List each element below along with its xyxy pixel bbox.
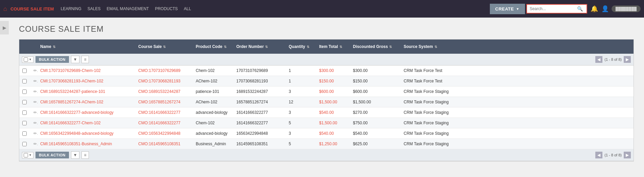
row-course-sale-0[interactable]: CMO:17073107629689 bbox=[136, 68, 193, 74]
nav-item-all[interactable]: ALL bbox=[184, 6, 191, 11]
bottom-list-view-button[interactable]: ≡ bbox=[81, 151, 89, 159]
row-checkbox-3[interactable] bbox=[19, 99, 29, 105]
top-list-view-button[interactable]: ≡ bbox=[81, 56, 89, 63]
row-checkbox-4[interactable] bbox=[19, 110, 29, 116]
nav-item-email-management[interactable]: EMAIL MANAGEMENT bbox=[107, 6, 149, 11]
row-checkbox-0[interactable] bbox=[19, 68, 29, 74]
sort-discounted-gross-icon[interactable]: ⇅ bbox=[389, 45, 392, 49]
sidebar-toggle[interactable]: ▶ bbox=[0, 21, 9, 34]
header-product-code[interactable]: Product Code ⇅ bbox=[193, 43, 234, 50]
sort-quantity-icon[interactable]: ⇅ bbox=[307, 45, 309, 49]
row-checkbox-5[interactable] bbox=[19, 120, 29, 126]
header-discounted-gross[interactable]: Discounted Gross ⇅ bbox=[350, 43, 401, 50]
row-item-total-4: $540.00 bbox=[316, 109, 350, 116]
nav-brand[interactable]: COURSE SALE ITEM bbox=[10, 6, 54, 11]
header-source-system[interactable]: Source System ⇅ bbox=[401, 43, 634, 50]
row-course-sale-7[interactable]: CMO:16145965108351 bbox=[136, 141, 193, 147]
edit-icon[interactable]: ✏ bbox=[32, 100, 38, 104]
edit-icon[interactable]: ✏ bbox=[32, 131, 38, 136]
row-checkbox-7[interactable] bbox=[19, 141, 29, 147]
row-name-4[interactable]: CMI:16141666322277-advanced-biology bbox=[38, 109, 136, 116]
edit-icon[interactable]: ✏ bbox=[32, 121, 38, 125]
header-order-number[interactable]: Order Number ⇅ bbox=[234, 43, 286, 50]
top-next-page-button[interactable]: ▶ bbox=[624, 56, 631, 63]
row-edit-5[interactable]: ✏ bbox=[29, 120, 38, 126]
row-discounted-gross-6: $540.00 bbox=[350, 130, 401, 136]
row-course-sale-4[interactable]: CMO:16141666322277 bbox=[136, 109, 193, 116]
row-name-3[interactable]: CMI:16578851267274-AChem-102 bbox=[38, 99, 136, 105]
header-item-total[interactable]: Item Total ⇅ bbox=[316, 43, 350, 50]
top-prev-page-button[interactable]: ◀ bbox=[595, 56, 602, 63]
edit-icon[interactable]: ✏ bbox=[32, 110, 38, 115]
bottom-select-all-dropdown[interactable]: ▼ bbox=[22, 152, 33, 158]
row-course-sale-5[interactable]: CMO:16141666322277 bbox=[136, 120, 193, 126]
row-source-system-0: CRM Task Force Test bbox=[401, 68, 634, 74]
row-edit-3[interactable]: ✏ bbox=[29, 99, 38, 105]
row-course-sale-1[interactable]: CMO:17073068281193 bbox=[136, 78, 193, 84]
row-checkbox-2[interactable] bbox=[19, 89, 29, 95]
row-product-code-4: advanced-biology bbox=[193, 109, 234, 116]
row-course-sale-2[interactable]: CMO:16891532244287 bbox=[136, 88, 193, 95]
user-profile-button[interactable]: 👤 bbox=[601, 5, 609, 12]
row-name-5[interactable]: CMI:16141666322277-Chem-102 bbox=[38, 120, 136, 126]
bottom-page-info: (1 - 8 of 8) bbox=[604, 153, 622, 157]
header-quantity[interactable]: Quantity ⇅ bbox=[286, 43, 316, 50]
bottom-pagination-controls: ◀ (1 - 8 of 8) ▶ bbox=[595, 152, 631, 158]
edit-icon[interactable]: ✏ bbox=[32, 79, 38, 83]
bottom-select-dropdown-arrow[interactable]: ▼ bbox=[29, 153, 32, 157]
row-name-0[interactable]: CMI:17073107629689-Chem-102 bbox=[38, 68, 136, 74]
row-edit-7[interactable]: ✏ bbox=[29, 141, 38, 147]
search-input[interactable] bbox=[530, 6, 577, 11]
row-discounted-gross-2: $600.00 bbox=[350, 88, 401, 95]
edit-icon[interactable]: ✏ bbox=[32, 89, 38, 94]
bottom-filter-button[interactable]: ▼ bbox=[71, 151, 80, 159]
bottom-select-all-checkbox[interactable] bbox=[24, 153, 28, 157]
top-select-all-checkbox[interactable] bbox=[24, 57, 28, 62]
row-item-total-3: $1,500.00 bbox=[316, 99, 350, 105]
sort-order-number-icon[interactable]: ⇅ bbox=[265, 45, 268, 49]
top-bulk-action-button[interactable]: BULK ACTION bbox=[35, 56, 69, 63]
nav-item-learning[interactable]: LEARNING bbox=[61, 6, 81, 11]
home-icon[interactable]: ⌂ bbox=[3, 5, 7, 12]
row-name-1[interactable]: CMI:17073068281193-AChem-102 bbox=[38, 78, 136, 84]
search-icon[interactable]: 🔍 bbox=[577, 6, 583, 11]
row-quantity-7: 5 bbox=[286, 141, 316, 147]
bottom-next-page-button[interactable]: ▶ bbox=[624, 152, 631, 158]
row-discounted-gross-0: $300.00 bbox=[350, 68, 401, 74]
create-button[interactable]: CREATE ▼ bbox=[490, 4, 525, 14]
nav-item-products[interactable]: PRODUCTS bbox=[155, 6, 177, 11]
nav-item-sales[interactable]: SALES bbox=[88, 6, 101, 11]
header-name[interactable]: Name ⇅ bbox=[38, 43, 136, 50]
notifications-button[interactable]: 🔔 bbox=[591, 5, 598, 12]
sort-name-icon[interactable]: ⇅ bbox=[53, 45, 55, 49]
row-name-2[interactable]: CMI:16891532244287-patience-101 bbox=[38, 88, 136, 95]
column-header-row: Name ⇅ Course Sale ⇅ Product Code ⇅ Orde… bbox=[19, 40, 634, 54]
table-row: ✏ CMI:16141666322277-Chem-102 CMO:161416… bbox=[19, 118, 634, 128]
sort-course-sale-icon[interactable]: ⇅ bbox=[163, 45, 166, 49]
row-edit-1[interactable]: ✏ bbox=[29, 78, 38, 84]
user-label[interactable]: ████████ bbox=[612, 5, 641, 12]
bottom-bulk-action-button[interactable]: BULK ACTION bbox=[35, 152, 69, 158]
row-course-sale-3[interactable]: CMO:16578851267274 bbox=[136, 99, 193, 105]
row-name-7[interactable]: CMI:16145965108351-Business_Admin bbox=[38, 141, 136, 147]
row-source-system-5: CRM Task Force Staging bbox=[401, 120, 634, 126]
row-course-sale-6[interactable]: CMO:16563422994848 bbox=[136, 130, 193, 136]
edit-icon[interactable]: ✏ bbox=[32, 68, 38, 73]
header-course-sale[interactable]: Course Sale ⇅ bbox=[136, 43, 193, 50]
row-checkbox-6[interactable] bbox=[19, 131, 29, 136]
top-select-all-dropdown[interactable]: ▼ bbox=[22, 56, 33, 63]
row-edit-2[interactable]: ✏ bbox=[29, 88, 38, 95]
row-quantity-5: 5 bbox=[286, 120, 316, 126]
row-edit-0[interactable]: ✏ bbox=[29, 68, 38, 74]
bottom-prev-page-button[interactable]: ◀ bbox=[595, 152, 602, 158]
sort-source-system-icon[interactable]: ⇅ bbox=[434, 45, 437, 49]
edit-icon[interactable]: ✏ bbox=[32, 142, 38, 146]
row-edit-6[interactable]: ✏ bbox=[29, 130, 38, 136]
sort-item-total-icon[interactable]: ⇅ bbox=[339, 45, 342, 49]
top-select-dropdown-arrow[interactable]: ▼ bbox=[29, 58, 32, 61]
row-name-6[interactable]: CMI:16563422994848-advanced-biology bbox=[38, 130, 136, 136]
row-checkbox-1[interactable] bbox=[19, 78, 29, 84]
row-edit-4[interactable]: ✏ bbox=[29, 109, 38, 116]
top-filter-button[interactable]: ▼ bbox=[71, 56, 80, 63]
sort-product-code-icon[interactable]: ⇅ bbox=[224, 45, 226, 49]
